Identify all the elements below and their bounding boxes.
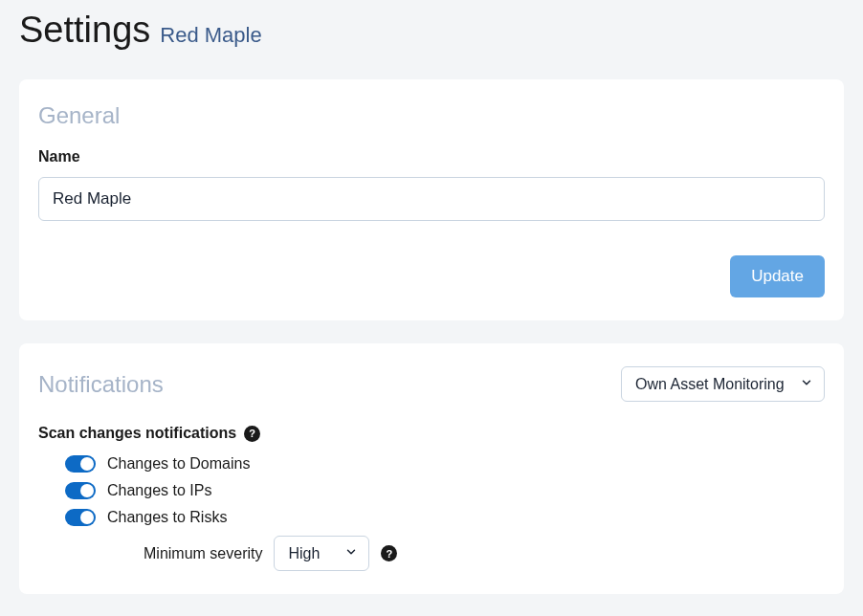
toggle-domains[interactable] — [65, 455, 96, 473]
monitoring-select[interactable]: Own Asset Monitoring — [621, 366, 825, 402]
severity-select[interactable]: High — [274, 536, 369, 571]
general-button-row: Update — [38, 255, 825, 297]
toggle-row-risks: Changes to Risks — [65, 509, 825, 526]
toggle-row-ips: Changes to IPs — [65, 482, 825, 499]
update-button[interactable]: Update — [730, 255, 825, 297]
scan-changes-label: Scan changes notifications — [38, 425, 236, 442]
toggle-risks[interactable] — [65, 509, 96, 526]
page-header: Settings Red Maple — [19, 10, 844, 51]
toggle-risks-label: Changes to Risks — [107, 509, 227, 526]
monitoring-select-wrap: Own Asset Monitoring — [621, 366, 825, 402]
page-title: Settings — [19, 10, 150, 51]
notifications-section-title: Notifications — [38, 371, 164, 398]
notifications-header: Notifications Own Asset Monitoring — [38, 366, 825, 402]
notifications-card: Notifications Own Asset Monitoring Scan … — [19, 343, 844, 594]
general-card: General Name Update — [19, 79, 844, 320]
severity-select-wrap: High — [274, 536, 369, 571]
help-icon[interactable]: ? — [381, 545, 397, 561]
scan-changes-heading: Scan changes notifications ? — [38, 425, 825, 442]
general-section-title: General — [38, 102, 825, 129]
help-icon[interactable]: ? — [244, 426, 260, 442]
name-label: Name — [38, 148, 825, 165]
page-subtitle: Red Maple — [160, 23, 261, 48]
toggle-row-domains: Changes to Domains — [65, 455, 825, 473]
severity-row: Minimum severity High ? — [65, 536, 825, 571]
toggle-domains-label: Changes to Domains — [107, 455, 250, 473]
toggle-ips[interactable] — [65, 482, 96, 499]
name-input[interactable] — [38, 177, 825, 221]
toggle-list: Changes to Domains Changes to IPs Change… — [38, 455, 825, 571]
severity-label: Minimum severity — [144, 545, 262, 562]
toggle-ips-label: Changes to IPs — [107, 482, 211, 499]
